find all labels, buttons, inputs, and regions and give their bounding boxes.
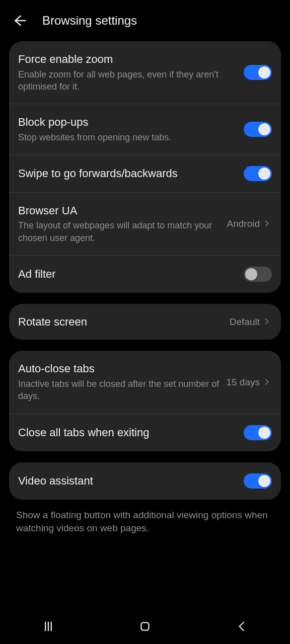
row-block-popups[interactable]: Block pop-ups Stop websites from opening… [9,104,281,155]
svg-rect-3 [141,622,149,630]
row-force-enable-zoom[interactable]: Force enable zoom Enable zoom for all we… [9,41,281,104]
row-subtext: The layout of webpages will adapt to mat… [18,219,221,244]
row-ad-filter[interactable]: Ad filter [9,256,281,293]
row-label: Browser UA [18,204,221,218]
toggle-force-enable-zoom[interactable] [244,65,272,80]
row-subtext: Inactive tabs will be closed after the s… [18,378,220,403]
row-rotate-screen[interactable]: Rotate screen Default [9,304,281,340]
row-browser-ua[interactable]: Browser UA The layout of webpages will a… [9,193,281,256]
arrow-left-icon [12,13,27,28]
row-label: Close all tabs when exiting [18,426,238,440]
toggle-swipe-navigation[interactable] [244,166,272,181]
row-label: Block pop-ups [18,115,238,129]
row-swipe-navigation[interactable]: Swipe to go forwards/backwards [9,155,281,193]
toggle-video-assistant[interactable] [244,473,272,489]
system-nav-bar [0,609,290,644]
row-label: Swipe to go forwards/backwards [18,167,238,181]
row-value: 15 days [226,377,260,388]
group-description: Show a floating button with additional v… [0,509,290,535]
toggle-ad-filter[interactable] [244,267,272,282]
recents-icon [41,619,55,633]
row-label: Rotate screen [18,315,224,329]
row-value: Default [230,316,260,328]
settings-group-3: Auto-close tabs Inactive tabs will be cl… [9,351,281,451]
chevron-right-icon [263,378,272,387]
back-button[interactable] [11,12,28,29]
row-auto-close-tabs[interactable]: Auto-close tabs Inactive tabs will be cl… [9,351,281,414]
toggle-close-tabs-exit[interactable] [244,425,272,440]
row-subtext: Enable zoom for all web pages, even if t… [18,68,238,93]
page-title: Browsing settings [42,14,137,28]
chevron-left-icon [235,620,248,633]
home-button[interactable] [120,620,170,633]
settings-group-4: Video assistant [9,462,281,500]
row-label: Auto-close tabs [18,362,220,376]
row-close-tabs-exit[interactable]: Close all tabs when exiting [9,414,281,451]
row-video-assistant[interactable]: Video assistant [9,462,281,500]
home-icon [138,620,152,633]
row-subtext: Stop websites from opening new tabs. [18,131,238,143]
nav-back-button[interactable] [216,620,267,633]
toggle-block-popups[interactable] [244,122,272,137]
recents-button[interactable] [23,619,74,633]
row-label: Force enable zoom [18,52,238,66]
row-label: Ad filter [18,267,238,281]
chevron-right-icon [263,317,272,327]
row-label: Video assistant [18,474,238,488]
header: Browsing settings [0,0,290,41]
row-value: Android [227,218,260,229]
chevron-right-icon [263,219,272,228]
settings-group-1: Force enable zoom Enable zoom for all we… [9,41,281,293]
settings-group-2: Rotate screen Default [9,304,281,340]
